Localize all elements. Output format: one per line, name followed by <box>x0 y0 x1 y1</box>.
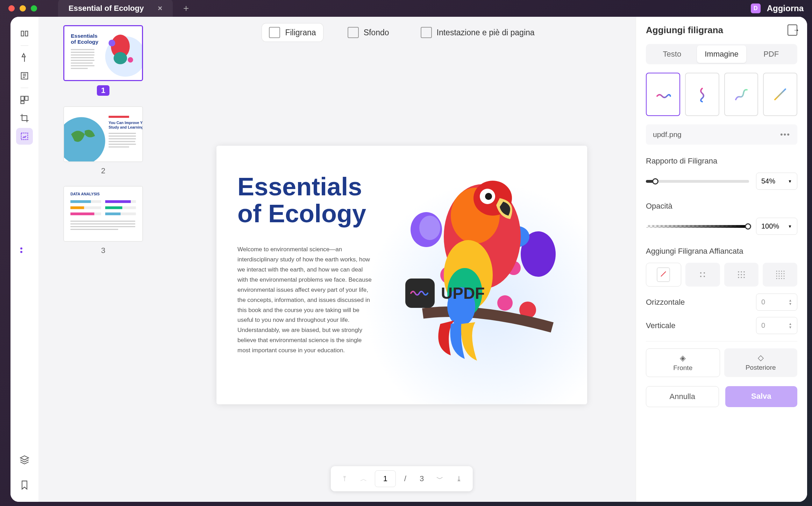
svg-rect-15 <box>71 65 94 66</box>
background-icon <box>348 27 359 38</box>
svg-point-77 <box>738 277 739 278</box>
svg-point-78 <box>741 277 742 278</box>
ratio-value-select[interactable]: 54%▼ <box>756 173 797 190</box>
file-browse-icon[interactable]: ••• <box>780 130 790 139</box>
crop-tool-icon[interactable] <box>16 110 33 127</box>
svg-text:of Ecology: of Ecology <box>71 39 99 45</box>
close-window-button[interactable] <box>8 5 15 12</box>
page-number-input[interactable] <box>375 470 396 487</box>
maximize-window-button[interactable] <box>31 5 37 12</box>
bookmark-icon[interactable] <box>16 477 33 493</box>
svg-point-19 <box>108 40 115 46</box>
cancel-button[interactable]: Annulla <box>646 386 719 407</box>
ratio-label: Rapporto di Filigrana <box>646 157 797 166</box>
watermark-overlay: UPDF <box>405 279 485 308</box>
vertical-input[interactable]: 0▲▼ <box>756 317 797 334</box>
svg-rect-4 <box>21 133 28 140</box>
user-avatar[interactable]: D <box>751 3 761 13</box>
svg-rect-29 <box>109 141 135 142</box>
svg-rect-27 <box>109 136 136 137</box>
first-page-button[interactable]: ⤒ <box>337 472 352 486</box>
minimize-window-button[interactable] <box>20 5 26 12</box>
sfondo-tool[interactable]: Sfondo <box>341 23 396 42</box>
file-name: updf.png <box>653 130 682 139</box>
thumbnail-1[interactable]: Essentials of Ecology 1 <box>51 25 155 96</box>
layers-icon[interactable] <box>16 451 33 468</box>
export-icon[interactable] <box>788 24 797 36</box>
watermark-panel: Aggiungi filigrana Testo Immagine PDF up… <box>636 17 807 502</box>
next-page-button[interactable]: ﹀ <box>432 472 448 486</box>
new-tab-button[interactable]: + <box>180 3 192 14</box>
tile-3x3[interactable] <box>724 263 759 287</box>
watermark-text: UPDF <box>441 284 485 303</box>
page-navigation: ⤒ ︿ / 3 ﹀ ⤓ <box>331 466 473 491</box>
svg-point-84 <box>776 273 777 274</box>
horizontal-label: Orizzontale <box>646 298 685 307</box>
svg-rect-41 <box>105 207 122 209</box>
svg-rect-30 <box>109 144 136 145</box>
tab-immagine[interactable]: Immagine <box>697 45 747 63</box>
tab-testo[interactable]: Testo <box>647 45 697 63</box>
divider <box>21 88 28 88</box>
tile-2x2[interactable] <box>685 263 720 287</box>
tool-label: Intestazione e piè di pagina <box>437 28 535 37</box>
document-title: Essentialsof Ecology <box>237 174 566 227</box>
svg-point-88 <box>776 276 777 277</box>
edit-tool-icon[interactable] <box>16 67 33 84</box>
ratio-slider[interactable] <box>646 180 749 183</box>
divider <box>646 341 797 341</box>
svg-point-85 <box>778 273 779 274</box>
watermark-type-tabs: Testo Immagine PDF <box>646 44 797 64</box>
reader-tool-icon[interactable] <box>16 25 33 42</box>
svg-rect-11 <box>71 55 94 56</box>
opacity-value-select[interactable]: 100%▼ <box>756 218 797 235</box>
page-total: 3 <box>415 474 429 483</box>
layer-back[interactable]: ◇ Posteriore <box>724 348 798 377</box>
svg-point-69 <box>700 276 701 277</box>
watermark-file-input[interactable]: updf.png ••• <box>646 124 797 145</box>
filigrana-tool[interactable]: Filigrana <box>262 23 323 42</box>
thumbnail-2[interactable]: You Can Improve Your Study and Learning … <box>51 106 155 175</box>
watermark-tool-icon[interactable] <box>16 128 33 145</box>
watermark-icon <box>269 27 280 38</box>
horizontal-input[interactable]: 0▲▼ <box>756 294 797 311</box>
top-tools: Filigrana Sfondo Intestazione e piè di p… <box>168 17 636 48</box>
thumbnail-number: 3 <box>101 246 105 255</box>
save-button[interactable]: Salva <box>725 386 798 407</box>
svg-rect-14 <box>71 63 93 64</box>
tile-4x4[interactable] <box>763 263 797 287</box>
layer-front[interactable]: ◈ Fronte <box>646 348 720 377</box>
thumbnail-number: 2 <box>101 166 105 175</box>
title-bar: Essential of Ecology × + D Aggiorna <box>0 0 812 17</box>
comment-tool-icon[interactable] <box>16 49 33 66</box>
preset-3[interactable] <box>724 73 758 116</box>
document-page: Essentialsof Ecology Welcome to environm… <box>216 146 587 404</box>
tile-none[interactable] <box>646 263 681 287</box>
opacity-slider[interactable] <box>646 225 749 228</box>
svg-point-20 <box>128 57 133 63</box>
window-controls <box>8 5 37 12</box>
preset-2[interactable] <box>685 73 719 116</box>
svg-rect-10 <box>71 52 94 53</box>
tab-pdf[interactable]: PDF <box>746 45 796 63</box>
document-tab[interactable]: Essential of Ecology × <box>58 0 173 18</box>
preset-4[interactable] <box>763 73 797 116</box>
organize-tool-icon[interactable] <box>16 92 33 108</box>
svg-rect-12 <box>71 57 94 58</box>
svg-point-72 <box>741 271 742 273</box>
upgrade-button[interactable]: Aggiorna <box>767 3 804 13</box>
prev-page-button[interactable]: ︿ <box>356 472 371 486</box>
thumbnail-3[interactable]: DATA ANALYSIS 3 <box>51 186 155 255</box>
intestazione-tool[interactable]: Intestazione e piè di pagina <box>414 23 542 42</box>
svg-point-89 <box>778 276 779 277</box>
svg-point-81 <box>778 271 779 272</box>
last-page-button[interactable]: ⤓ <box>451 472 466 486</box>
sidebar-drag-handle[interactable] <box>20 247 25 252</box>
svg-point-83 <box>783 271 784 272</box>
preset-1[interactable] <box>646 73 680 116</box>
tile-options <box>646 263 797 287</box>
close-tab-icon[interactable]: × <box>158 4 162 13</box>
svg-point-94 <box>781 278 782 279</box>
svg-point-67 <box>700 272 701 274</box>
svg-rect-35 <box>70 200 91 203</box>
